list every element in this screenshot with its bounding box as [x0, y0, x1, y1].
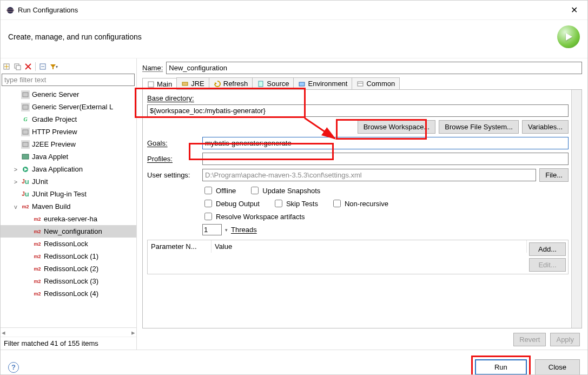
tree-item[interactable]: vm2Maven Build — [1, 200, 136, 213]
dialog-header: Create, manage, and run configurations — [1, 20, 587, 58]
run-orb-icon — [557, 25, 580, 48]
svg-rect-12 — [23, 93, 28, 97]
tree-item[interactable]: J2EE Preview — [1, 138, 136, 150]
param-value-col[interactable]: Value — [212, 240, 527, 253]
toolbar-separator — [35, 62, 36, 71]
tree-item[interactable]: Generic Server(External L — [1, 101, 136, 113]
goals-input[interactable] — [202, 137, 569, 149]
variables-button[interactable]: Variables... — [522, 120, 569, 134]
tree-item[interactable]: GGradle Project — [1, 113, 136, 126]
help-icon[interactable]: ? — [8, 362, 19, 373]
close-icon[interactable]: ✕ — [566, 4, 582, 16]
tree-item[interactable]: >JuJUnit — [1, 175, 136, 188]
tree-item[interactable]: Java Applet — [1, 150, 136, 163]
tab-jre[interactable]: JRE — [176, 77, 209, 89]
dialog-footer: ? Run Close — [1, 350, 587, 375]
add-param-button[interactable]: Add... — [529, 242, 566, 256]
resolve-ws-checkbox[interactable]: Resolve Workspace artifacts — [202, 211, 305, 222]
window-title: Run Configurations — [18, 6, 566, 14]
usersettings-input[interactable] — [202, 169, 536, 181]
run-button[interactable]: Run — [475, 359, 527, 375]
browse-filesystem-button[interactable]: Browse File System... — [439, 120, 519, 134]
dialog-subtitle: Create, manage, and run configurations — [8, 32, 557, 41]
basedir-input[interactable] — [147, 104, 569, 117]
svg-rect-20 — [182, 82, 188, 85]
tab-bar: MainJRERefreshSourceEnvironmentCommon — [142, 77, 582, 90]
tree-item[interactable]: JuJUnit Plug-in Test — [1, 188, 136, 200]
apply-button[interactable]: Apply — [550, 333, 580, 346]
parameters-table: Parameter N... Value Add... Edit... — [147, 240, 569, 274]
svg-rect-19 — [148, 82, 154, 87]
file-button[interactable]: File... — [539, 168, 569, 182]
debug-output-checkbox[interactable]: Debug Output — [202, 198, 260, 209]
svg-rect-14 — [23, 130, 28, 134]
svg-rect-16 — [22, 154, 29, 159]
param-name-col[interactable]: Parameter N... — [148, 240, 212, 253]
tab-common[interactable]: Common — [352, 77, 400, 89]
eclipse-icon — [6, 6, 15, 15]
svg-rect-13 — [23, 105, 28, 109]
tree-item[interactable]: m2RedissonLock — [1, 238, 136, 250]
browse-workspace-button[interactable]: Browse Workspace... — [358, 120, 436, 134]
config-tree[interactable]: Generic ServerGeneric Server(External LG… — [1, 87, 136, 327]
svg-line-26 — [305, 118, 335, 139]
tab-source[interactable]: Source — [252, 77, 294, 89]
offline-checkbox[interactable]: Offline — [202, 185, 236, 196]
filter-status: Filter matched 41 of 155 items — [1, 337, 136, 350]
usersettings-label: User settings: — [147, 171, 199, 179]
threads-spinner[interactable] — [202, 224, 222, 235]
tree-item[interactable]: HTTP Preview — [1, 126, 136, 138]
filter-icon[interactable]: ▾ — [49, 62, 58, 71]
tree-item[interactable]: m2eureka-server-ha — [1, 213, 136, 225]
filter-input[interactable] — [2, 74, 135, 86]
tab-environment[interactable]: Environment — [293, 77, 352, 89]
name-label: Name: — [142, 64, 163, 72]
scroll-up-icon[interactable]: ▴ — [573, 91, 580, 98]
skip-tests-checkbox[interactable]: Skip Tests — [273, 198, 318, 209]
profiles-label: Profiles: — [147, 155, 199, 163]
tree-h-scrollbar[interactable]: ◂▸ — [1, 327, 136, 337]
svg-point-0 — [7, 7, 14, 14]
new-config-icon[interactable] — [2, 62, 11, 71]
close-button[interactable]: Close — [535, 359, 580, 375]
basedir-label: Base directory: — [147, 94, 194, 102]
svg-rect-24 — [358, 82, 363, 86]
goals-label: Goals: — [147, 139, 199, 147]
tab-icon — [181, 80, 189, 88]
tree-item[interactable]: m2RedissonLock (3) — [1, 275, 136, 287]
tree-item[interactable]: m2RedissonLock (4) — [1, 287, 136, 300]
svg-rect-23 — [299, 82, 305, 86]
tab-main[interactable]: Main — [142, 78, 177, 90]
left-panel: ▾ Generic ServerGeneric Server(External … — [1, 58, 137, 350]
svg-rect-15 — [23, 142, 28, 147]
tree-item[interactable]: >Java Application — [1, 163, 136, 175]
svg-rect-22 — [259, 81, 263, 87]
duplicate-config-icon[interactable] — [12, 62, 22, 71]
svg-marker-21 — [215, 82, 217, 85]
tree-item[interactable]: Generic Server — [1, 88, 136, 101]
name-input[interactable] — [166, 62, 582, 74]
threads-label: Threads — [231, 226, 257, 234]
tree-item[interactable]: m2RedissonLock (2) — [1, 262, 136, 275]
title-bar: Run Configurations ✕ — [1, 1, 587, 20]
svg-marker-2 — [566, 33, 572, 41]
collapse-all-icon[interactable] — [38, 62, 48, 71]
edit-param-button[interactable]: Edit... — [529, 258, 566, 272]
tree-item[interactable]: m2New_configuration — [1, 225, 136, 238]
right-panel: Name: MainJRERefreshSourceEnvironmentCom… — [137, 58, 587, 350]
profiles-input[interactable] — [202, 153, 569, 165]
tab-icon — [298, 80, 306, 88]
revert-button[interactable]: Revert — [513, 333, 546, 346]
tab-icon — [356, 80, 364, 88]
non-recursive-checkbox[interactable]: Non-recursive — [331, 198, 388, 209]
config-toolbar: ▾ — [1, 61, 136, 73]
tab-icon — [257, 80, 265, 88]
delete-config-icon[interactable] — [23, 62, 33, 71]
tab-icon — [147, 81, 155, 88]
tab-refresh[interactable]: Refresh — [209, 77, 253, 89]
scroll-down-icon[interactable]: ▾ — [573, 319, 580, 327]
tab-icon — [214, 80, 221, 88]
update-snapshots-checkbox[interactable]: Update Snapshots — [249, 185, 320, 196]
svg-rect-7 — [16, 65, 21, 70]
tree-item[interactable]: m2RedissonLock (1) — [1, 250, 136, 262]
